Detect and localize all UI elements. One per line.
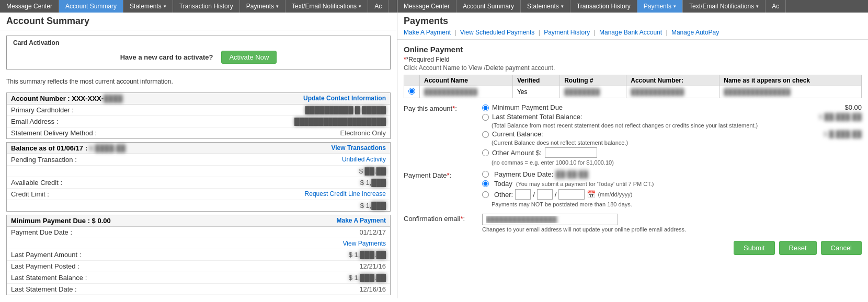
nav-transaction-history-left[interactable]: Transaction History: [173, 0, 240, 13]
bank-verified: Yes: [512, 86, 559, 98]
bank-account-radio[interactable]: [408, 88, 415, 95]
pay-amount-options: Minimum Payment Due $0.00 Last Statement…: [482, 103, 862, 167]
last-payment-amount-label: Last Payment Amount :: [11, 251, 81, 259]
nav-message-center-left[interactable]: Message Center: [0, 0, 59, 13]
balance-section: Balance as of 01/06/17 : $ ████.██ View …: [6, 142, 391, 212]
make-a-payment-subnav[interactable]: Make A Payment: [404, 29, 451, 36]
col-routing: Routing #: [560, 75, 626, 86]
nav-notifications-right[interactable]: Text/Email Notifications ▾: [683, 0, 766, 13]
unbilled-activity-link[interactable]: Unbilled Activity: [342, 156, 386, 164]
delivery-label: Statement Delivery Method :: [11, 129, 97, 137]
nav-message-center-right[interactable]: Message Center: [397, 0, 456, 13]
last-posted-label: Last Payment Posted :: [11, 262, 79, 270]
bank-check-name: ███████████████: [719, 86, 862, 98]
nav-more-left[interactable]: Ac: [368, 0, 389, 13]
nav-payments-left[interactable]: Payments ▾: [240, 0, 285, 13]
other-amount-hint: (no commas = e.g. enter 1000.10 for $1,0…: [492, 159, 862, 166]
available-credit-value: $ 1,███: [360, 179, 386, 187]
view-payments-row: View Payments: [7, 238, 390, 249]
primary-cardholder-row: Primary Cardholder : ██████████ █ █████: [7, 104, 390, 116]
last-statement-note: (Total Balance from most recent statemen…: [492, 122, 862, 129]
today-radio[interactable]: [482, 180, 489, 187]
col-account-number: Account Number:: [626, 75, 719, 86]
postdate-note: Payments may NOT be postdated more than …: [492, 201, 862, 207]
card-activation-content: Have a new card to activate? Activate No…: [13, 49, 384, 66]
last-statement-radio[interactable]: [482, 114, 489, 121]
email-row: Email Address : ███████████████████: [7, 116, 390, 127]
pay-amount-row: Pay this amount*: Minimum Payment Due $0…: [404, 103, 862, 167]
calendar-icon[interactable]: 📅: [587, 190, 596, 199]
due-date-option-label: Payment Due Date:: [494, 170, 553, 178]
other-amount-radio[interactable]: [482, 149, 489, 156]
due-date-label: Payment Due Date :: [11, 228, 72, 236]
payments-title: Payments: [397, 13, 868, 28]
credit-limit-value-row: $ 1,███: [7, 200, 390, 211]
payments-subnav: Make A Payment | View Scheduled Payments…: [397, 28, 868, 40]
last-posted-value: 12/21/16: [359, 262, 386, 270]
bank-row-radio-cell[interactable]: [404, 86, 420, 98]
other-date-radio[interactable]: [482, 191, 489, 198]
view-transactions-link[interactable]: View Transactions: [332, 144, 386, 152]
current-balance-note: (Current Balance does not reflect statem…: [492, 140, 862, 146]
submit-button[interactable]: Submit: [734, 241, 774, 255]
bank-account-name[interactable]: ████████████: [420, 86, 513, 98]
confirmation-email-input[interactable]: [482, 214, 618, 225]
other-date-year[interactable]: [558, 189, 585, 200]
balance-label: Balance as of 01/06/17 : $ ████.██: [11, 144, 125, 152]
due-date-radio[interactable]: [482, 171, 489, 178]
update-contact-link[interactable]: Update Contact Information: [303, 95, 386, 102]
payment-date-label: Payment Date*:: [404, 170, 482, 179]
min-payment-value: $0.00: [824, 103, 862, 111]
account-number-label: Account Number : XXX-XXX-████: [11, 95, 123, 102]
col-account-name: Account Name: [420, 75, 513, 86]
last-statement-date-label: Last Statement Date :: [11, 285, 77, 293]
make-payment-link[interactable]: Make A Payment: [337, 217, 386, 225]
card-activation-box: Card Activation Have a new card to activ…: [6, 36, 391, 69]
min-payment-option-label: Minimum Payment Due: [492, 103, 563, 111]
col-radio: [404, 75, 420, 86]
nav-notifications-left[interactable]: Text/Email Notifications ▾: [285, 0, 368, 13]
due-date-option-value: ██/██/██: [555, 170, 588, 178]
payment-history-subnav[interactable]: Payment History: [544, 29, 590, 36]
due-date-option-row: Payment Due Date: ██/██/██: [482, 170, 862, 178]
primary-label: Primary Cardholder :: [11, 106, 74, 114]
nav-statements-left[interactable]: Statements ▾: [123, 0, 173, 13]
last-statement-amount: $ ██,███.██: [797, 113, 862, 121]
current-balance-radio[interactable]: [482, 131, 489, 138]
view-payments-link[interactable]: View Payments: [343, 240, 386, 247]
view-scheduled-subnav[interactable]: View Scheduled Payments: [460, 29, 535, 36]
nav-statements-right[interactable]: Statements ▾: [521, 0, 570, 13]
min-payment-radio[interactable]: [482, 104, 489, 111]
nav-more-right[interactable]: Ac: [766, 0, 786, 13]
last-statement-date-row: Last Statement Date : 12/16/16: [7, 284, 390, 295]
nav-account-summary-left[interactable]: Account Summary: [59, 0, 123, 13]
current-balance-option-label: Current Balance:: [492, 130, 543, 138]
left-nav: Message Center Account Summary Statement…: [0, 0, 397, 13]
pending-value-row: $ ██.██: [7, 166, 390, 177]
email-value: ███████████████████: [294, 118, 386, 125]
activate-now-button[interactable]: Activate Now: [221, 51, 277, 64]
nav-transaction-history-right[interactable]: Transaction History: [570, 0, 637, 13]
pending-label: Pending Transaction :: [11, 156, 77, 164]
payment-date-row: Payment Date*: Payment Due Date: ██/██/█…: [404, 170, 862, 211]
other-date-day[interactable]: [537, 189, 553, 200]
cancel-button[interactable]: Cancel: [821, 241, 862, 255]
card-activation-label: Card Activation: [13, 39, 384, 47]
bank-routing: ████████: [560, 86, 626, 98]
other-amount-input[interactable]: [545, 147, 597, 158]
bank-account-row: ████████████ Yes ████████ ████████████ █…: [404, 86, 862, 98]
pay-amount-label: Pay this amount*:: [404, 103, 482, 112]
reset-button[interactable]: Reset: [779, 241, 817, 255]
credit-line-increase-link[interactable]: Request Credit Line Increase: [305, 190, 386, 198]
payment-date-options: Payment Due Date: ██/██/██ Today (You ma…: [482, 170, 862, 211]
right-panel: Message Center Account Summary Statement…: [397, 0, 868, 298]
manage-autopay-subnav[interactable]: Manage AutoPay: [671, 29, 719, 36]
payment-section: Minimum Payment Due : $ 0.00 Make A Paym…: [6, 215, 391, 295]
manage-bank-subnav[interactable]: Manage Bank Account: [599, 29, 662, 36]
nav-payments-right[interactable]: Payments ▾: [637, 0, 683, 13]
nav-account-summary-right[interactable]: Account Summary: [456, 0, 521, 13]
date-format-hint: (mm/dd/yyyy): [598, 191, 632, 198]
other-date-month[interactable]: [515, 189, 531, 200]
last-statement-date-value: 12/16/16: [359, 285, 386, 293]
col-verified: Verified: [512, 75, 559, 86]
